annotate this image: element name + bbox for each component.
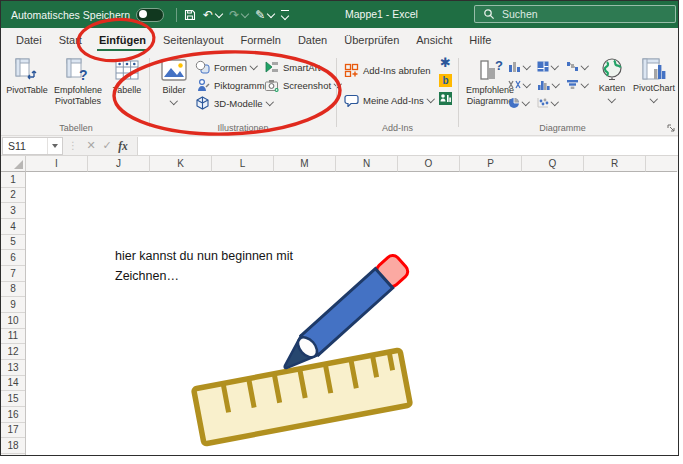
row-header[interactable]: 6 [1, 250, 25, 266]
tab-start[interactable]: Start [57, 34, 84, 52]
title-bar: Automatisches Speichern ↶ ↷ ✎ Mappe1 - E… [1, 1, 678, 28]
row-header[interactable]: 3 [1, 203, 25, 219]
qat-separator [176, 8, 177, 22]
name-box-dropdown[interactable] [47, 138, 62, 154]
scatter-chart-button[interactable] [537, 95, 558, 110]
row-header[interactable]: 1 [1, 172, 25, 188]
shapes-button[interactable]: Formen [195, 59, 256, 75]
tab-datei[interactable]: Datei [14, 34, 44, 52]
pie-chart-button[interactable] [508, 95, 529, 110]
tab-daten[interactable]: Daten [296, 34, 329, 52]
column-header[interactable]: M [274, 156, 336, 172]
pivotchart-button[interactable]: PivotChart [631, 57, 677, 101]
enter-icon: ✓ [102, 139, 111, 151]
row-header[interactable]: 12 [1, 344, 25, 360]
column-header[interactable]: L [212, 156, 274, 172]
tab-ueberpruefen[interactable]: Überprüfen [342, 34, 401, 52]
pictures-button[interactable]: Bilder [155, 57, 193, 103]
workbook-title: Mappe1 - Excel [345, 8, 418, 20]
redo-button[interactable]: ↷ [229, 9, 248, 21]
icons-button[interactable]: Piktogramme [195, 77, 270, 93]
row-header[interactable]: 14 [1, 376, 25, 392]
row-header[interactable]: 17 [1, 423, 25, 439]
column-header[interactable]: N [336, 156, 398, 172]
line-chart-button[interactable] [508, 77, 530, 92]
visio-addin-button[interactable]: ✱ [438, 55, 453, 70]
ink-button[interactable]: ✎ [255, 9, 274, 21]
dialog-launcher-button[interactable] [667, 124, 675, 132]
undo-button[interactable]: ↶ [203, 9, 222, 21]
formula-input[interactable] [137, 137, 678, 155]
autosave-control[interactable]: Automatisches Speichern [11, 8, 164, 22]
column-header[interactable]: K [150, 156, 212, 172]
column-header[interactable]: J [88, 156, 150, 172]
column-headers: IJKLMNOPQR [26, 156, 646, 172]
ribbon-tab-bar: Datei Start Einfügen Seitenlayout Formel… [1, 28, 678, 52]
row-header[interactable]: 18 [1, 438, 25, 454]
enter-button[interactable]: ✓ [99, 139, 115, 152]
tab-einfuegen[interactable]: Einfügen [97, 34, 148, 52]
tab-ansicht[interactable]: Ansicht [414, 34, 454, 52]
sheet-canvas[interactable]: hier kannst du nun beginnen mit Zeichnen… [26, 172, 678, 455]
autosave-toggle[interactable] [136, 8, 164, 22]
funnel-chart-button[interactable] [566, 77, 588, 92]
group-label-diagramme: Diagramme [460, 123, 665, 133]
row-header[interactable]: 5 [1, 235, 25, 251]
people-graph-addin-button[interactable] [438, 91, 453, 106]
tab-hilfe[interactable]: Hilfe [467, 34, 493, 52]
tab-seitenlayout[interactable]: Seitenlayout [161, 34, 226, 52]
column-header[interactable]: R [584, 156, 646, 172]
chevron-down-icon [215, 9, 223, 17]
chevron-down-icon [267, 9, 275, 17]
excel-window: Automatisches Speichern ↶ ↷ ✎ Mappe1 - E… [0, 0, 679, 456]
bing-maps-addin-button[interactable]: b [438, 73, 453, 88]
chevron-down-icon [650, 94, 658, 102]
caption-line-2: Zeichnen… [115, 267, 293, 287]
column-header[interactable]: I [26, 156, 88, 172]
search-icon [483, 8, 495, 20]
row-header[interactable]: 9 [1, 297, 25, 313]
pivottable-button[interactable]: PivotTable [6, 57, 48, 96]
3d-models-button[interactable]: 3D-Modelle [195, 95, 272, 111]
cancel-button[interactable]: ✕ [83, 139, 99, 152]
chevron-down-icon [523, 62, 531, 70]
column-header[interactable]: O [398, 156, 460, 172]
tab-formeln[interactable]: Formeln [239, 34, 283, 52]
screenshot-button[interactable]: Screenshot [264, 77, 341, 93]
table-button[interactable]: Tabelle [107, 57, 147, 96]
waterfall-chart-button[interactable] [566, 59, 588, 74]
row-header[interactable]: 11 [1, 329, 25, 345]
treemap-chart-button[interactable] [537, 59, 558, 74]
qat-overflow-button[interactable] [281, 10, 289, 19]
recommended-pivottables-button[interactable]: ? Empfohlene PivotTables [48, 57, 108, 106]
row-header[interactable]: 10 [1, 313, 25, 329]
save-button[interactable] [184, 9, 196, 21]
row-header[interactable]: 16 [1, 407, 25, 423]
select-all-corner[interactable] [1, 156, 26, 172]
chevron-down-icon [551, 62, 559, 70]
row-header[interactable]: 2 [1, 188, 25, 204]
row-header[interactable]: 13 [1, 360, 25, 376]
group-separator [458, 58, 459, 127]
chevron-down-icon [427, 95, 435, 103]
icons-icon [195, 78, 210, 92]
pivottable-icon [14, 57, 40, 83]
column-header-partial[interactable] [646, 156, 677, 172]
row-header[interactable]: 8 [1, 282, 25, 298]
search-box[interactable]: Suchen [474, 5, 676, 23]
column-chart-button[interactable] [508, 59, 530, 74]
row-header[interactable]: 4 [1, 219, 25, 235]
insert-function-button[interactable]: fx [115, 140, 131, 152]
name-box[interactable]: S11 [2, 137, 63, 155]
get-addins-button[interactable]: Add-Ins abrufen [344, 62, 431, 78]
column-header[interactable]: Q [522, 156, 584, 172]
my-addins-button[interactable]: Meine Add-Ins [344, 92, 433, 108]
histogram-chart-button[interactable] [537, 77, 559, 92]
row-header[interactable]: 15 [1, 391, 25, 407]
column-header[interactable]: P [460, 156, 522, 172]
row-header[interactable]: 7 [1, 266, 25, 282]
smartart-button[interactable]: SmartArt [264, 59, 320, 75]
caption-line-1: hier kannst du nun beginnen mit [115, 247, 293, 267]
maps-button[interactable]: Karten [593, 57, 631, 101]
column-header-row: IJKLMNOPQR [1, 156, 678, 172]
